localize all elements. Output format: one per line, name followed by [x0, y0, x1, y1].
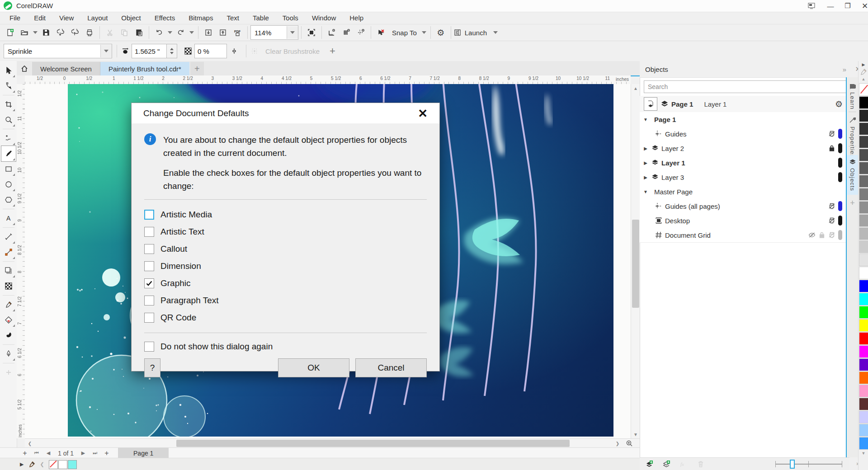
flyout-corner-icon[interactable] [13, 124, 15, 127]
layer-row-page-1[interactable]: ▼Page 1 [640, 112, 846, 127]
undo-caret-icon[interactable] [168, 31, 172, 34]
doc-palette-swatch-7df2ec[interactable] [68, 460, 77, 469]
fill-tool-button[interactable] [1, 312, 16, 328]
layer-row-layer-2[interactable]: ▶Layer 2 [640, 141, 846, 156]
vertical-scroll-thumb[interactable] [632, 220, 639, 308]
scroll-right-icon[interactable]: ❯ [613, 439, 622, 447]
palette-swatch-000000[interactable] [859, 96, 868, 109]
checkbox-row-artistic-media[interactable]: Artistic Media [144, 206, 427, 223]
tab-document[interactable]: Painterly Brush tool.cdr* [100, 62, 189, 75]
checkbox-paragraph-text[interactable] [144, 296, 154, 306]
palette-swatch-ccccff[interactable] [859, 411, 868, 423]
page-tab[interactable]: Page 1 [118, 448, 169, 458]
menu-table[interactable]: Table [246, 12, 276, 24]
menu-text[interactable]: Text [220, 12, 246, 24]
palette-swatch-8f8f8f[interactable] [859, 201, 868, 214]
flyout-corner-icon[interactable] [13, 189, 15, 191]
ellipse-tool-button[interactable] [1, 177, 16, 192]
last-page-icon[interactable]: ⏭ [89, 448, 101, 458]
import-button[interactable] [201, 25, 216, 40]
docker-tab-properties[interactable]: Properties [847, 117, 858, 158]
palette-swatch-5c2e2e[interactable] [859, 398, 868, 410]
paste-button[interactable] [132, 25, 146, 40]
docker-tab-objects[interactable]: Objects [847, 155, 858, 195]
dont-show-again-row[interactable]: Do not show this dialog again [144, 339, 427, 354]
palette-swatch-b8b8b8[interactable] [859, 227, 868, 240]
preset-caret-icon[interactable] [100, 45, 112, 57]
rulers-button[interactable] [325, 25, 339, 40]
freehand-tool-button[interactable] [1, 131, 16, 146]
shadow-tool-button[interactable] [1, 263, 16, 278]
dont-show-again-checkbox[interactable] [144, 342, 154, 352]
dialog-close-icon[interactable]: ✕ [418, 108, 428, 119]
print-button[interactable] [82, 25, 97, 40]
snap-off-button[interactable] [374, 25, 388, 40]
palette-swatch-ff00ff[interactable] [859, 345, 868, 358]
dimension-tool-button[interactable] [1, 229, 16, 244]
launch-caret-icon[interactable] [493, 31, 498, 34]
shape-tool-button[interactable] [1, 78, 16, 94]
first-page-icon[interactable]: ⏮ [31, 448, 42, 458]
layer-color-pill[interactable] [838, 230, 842, 240]
palette-swatch-a3a3a3[interactable] [859, 214, 868, 227]
checkbox-row-qr-code[interactable]: QR Code [144, 309, 427, 326]
palette-swatch-none[interactable] [859, 83, 868, 96]
docker-expand-icon[interactable]: » [843, 66, 846, 73]
palette-swatch-00ffff[interactable] [859, 293, 868, 306]
palette-swatch-5c5c5c[interactable] [859, 162, 868, 174]
palette-swatch-333333[interactable] [859, 122, 868, 135]
cloud-save-button[interactable] [68, 25, 82, 40]
nib-size-spinner[interactable] [167, 44, 177, 58]
eye-off-icon[interactable] [808, 231, 816, 239]
redo-button[interactable] [174, 25, 188, 40]
save-button[interactable] [39, 25, 53, 40]
layer-row-guides[interactable]: Guides [640, 127, 846, 141]
add-tool-button[interactable] [1, 365, 16, 380]
cut-button[interactable] [103, 25, 117, 40]
options-gear-button[interactable]: ⚙ [434, 25, 448, 40]
delete-button[interactable] [695, 458, 707, 470]
slider-handle[interactable] [790, 460, 795, 469]
checkbox-row-paragraph-text[interactable]: Paragraph Text [144, 292, 427, 309]
pdf-button[interactable]: PDF [230, 25, 245, 40]
restore-button[interactable]: ❐ [839, 0, 856, 12]
zoom-combo-caret-icon[interactable] [287, 26, 298, 39]
snap-to-caret-icon[interactable] [422, 31, 426, 34]
copy-button[interactable] [117, 25, 132, 40]
spin-up-icon[interactable] [170, 48, 174, 50]
rectangle-tool-button[interactable] [1, 161, 16, 177]
palette-swatch-00ff00[interactable] [859, 306, 868, 319]
layer-row-layer-1[interactable]: ▶Layer 1 [640, 155, 846, 170]
spin-down-icon[interactable] [170, 52, 174, 54]
palette-swatch-6b6b6b[interactable] [859, 175, 868, 188]
checkbox-qr-code[interactable] [144, 313, 154, 323]
checkbox-artistic-media[interactable] [144, 210, 154, 220]
checkbox-callout[interactable] [144, 244, 154, 254]
checkbox-row-callout[interactable]: Callout [144, 240, 427, 258]
checkbox-graphic[interactable] [144, 278, 154, 288]
close-button[interactable]: ✕ [856, 0, 868, 12]
flyout-corner-icon[interactable] [13, 109, 15, 111]
flyout-corner-icon[interactable] [13, 90, 15, 93]
layer-opacity-slider[interactable] [775, 460, 842, 469]
palette-scroll-down-icon[interactable]: ▼ [862, 450, 866, 457]
expand-right-icon[interactable]: ▶ [640, 175, 651, 180]
checkbox-row-graphic[interactable]: Graphic [144, 275, 427, 292]
print-off-icon[interactable] [828, 202, 835, 210]
launch-dropdown[interactable]: Launch [454, 29, 499, 37]
expand-down-icon[interactable]: ▼ [640, 189, 651, 194]
zoom-level-combo[interactable]: 114% [250, 25, 298, 40]
add-preset-button[interactable]: + [330, 45, 335, 57]
palette-swatch-e3e3e3[interactable] [859, 254, 868, 266]
flyout-corner-icon[interactable] [13, 174, 15, 176]
eyedropper-tool-button[interactable] [1, 297, 16, 312]
layer-color-pill[interactable] [838, 143, 842, 153]
layer-color-pill[interactable] [838, 201, 842, 211]
menu-view[interactable]: View [52, 12, 80, 24]
palette-flyout-icon[interactable]: ▶ [862, 61, 865, 68]
layer-row-desktop[interactable]: Desktop [640, 213, 846, 228]
flyout-corner-icon[interactable] [13, 358, 15, 361]
add-page-button[interactable]: + [19, 448, 31, 458]
flyout-corner-icon[interactable] [13, 204, 15, 207]
cancel-button[interactable]: Cancel [355, 358, 427, 377]
